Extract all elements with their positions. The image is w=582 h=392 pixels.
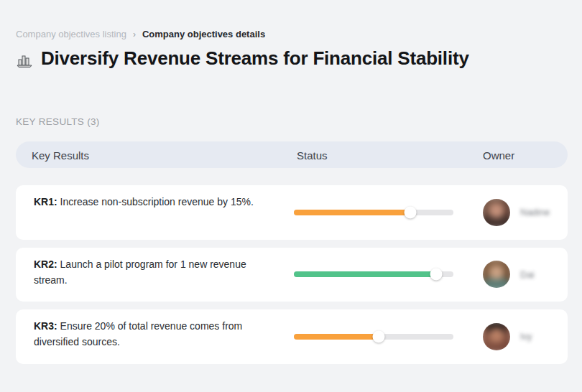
owner-cell: Ivy [483, 323, 532, 350]
slider-thumb[interactable] [372, 330, 384, 342]
avatar [483, 199, 510, 226]
page-title-row: Diversify Revenue Streams for Financial … [16, 47, 469, 70]
avatar [483, 261, 510, 288]
kr-text: Increase non-subscription revenue by 15%… [60, 196, 254, 207]
table-row-kr3[interactable]: KR3: Ensure 20% of total revenue comes f… [16, 309, 568, 364]
owner-cell: Dai [483, 261, 535, 288]
kr-label: KR2: [34, 258, 57, 270]
kr-label: KR3: [34, 320, 57, 332]
breadcrumb: Company objectives listing › Company obj… [16, 29, 265, 39]
kr-text: Launch a pilot program for 1 new revenue… [34, 258, 246, 286]
kr-label: KR1: [34, 196, 57, 207]
owner-name: Dai [520, 269, 535, 280]
progress-track[interactable] [294, 210, 453, 215]
kr-description: KR1: Increase non-subscription revenue b… [34, 194, 265, 210]
kr-description: KR3: Ensure 20% of total revenue comes f… [34, 318, 265, 350]
table-row-kr1[interactable]: KR1: Increase non-subscription revenue b… [16, 185, 568, 240]
avatar [483, 323, 510, 350]
owner-name: Ivy [520, 331, 532, 342]
key-results-count-label: KEY RESULTS (3) [16, 116, 100, 127]
breadcrumb-item-listing[interactable]: Company objectives listing [16, 29, 126, 39]
column-header-status: Status [297, 149, 328, 161]
progress-fill [294, 334, 379, 340]
slider-thumb[interactable] [405, 206, 417, 218]
owner-name: Nadine [520, 207, 550, 218]
owner-cell: Nadine [483, 199, 550, 226]
progress-slider[interactable] [294, 268, 453, 281]
chevron-right-icon: › [133, 29, 136, 39]
page-title: Diversify Revenue Streams for Financial … [41, 47, 469, 70]
column-header-key-results: Key Results [32, 149, 89, 161]
slider-thumb[interactable] [430, 269, 442, 281]
bar-chart-building-icon [16, 52, 33, 69]
table-header: Key Results Status Owner [16, 141, 568, 168]
progress-fill [294, 271, 436, 277]
progress-slider[interactable] [294, 330, 453, 343]
kr-description: KR2: Launch a pilot program for 1 new re… [34, 256, 265, 289]
kr-text: Ensure 20% of total revenue comes from d… [34, 320, 242, 347]
progress-fill [294, 210, 410, 215]
table-row-kr2[interactable]: KR2: Launch a pilot program for 1 new re… [16, 248, 568, 302]
progress-slider[interactable] [294, 206, 453, 219]
breadcrumb-item-details: Company objectives details [142, 29, 265, 39]
column-header-owner: Owner [483, 149, 514, 161]
key-results-list: KR1: Increase non-subscription revenue b… [16, 185, 568, 364]
